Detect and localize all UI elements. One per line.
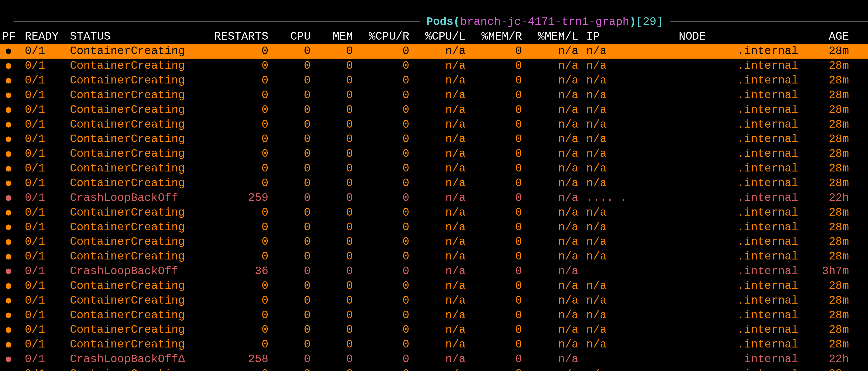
table-row[interactable]: 0/1ContainerCreating0000n/a0n/an/a.inter…: [0, 308, 868, 323]
cell-node: .internal: [679, 279, 803, 293]
cell-cpur: 0: [358, 161, 414, 176]
cell-meml: n/a: [526, 147, 583, 161]
table-row[interactable]: 0/1CrashLoopBackOff36000n/a0n/a.internal…: [0, 264, 868, 279]
cell-cpur: 0: [358, 367, 414, 371]
table-row[interactable]: 0/1ContainerCreating0000n/a0n/an/a.inter…: [0, 59, 868, 73]
table-row[interactable]: 0/1ContainerCreating0000n/a0n/an/a.inter…: [0, 235, 868, 250]
cell-cpul: n/a: [414, 235, 470, 250]
cell-mem: 0: [315, 176, 358, 191]
cell-mem: 0: [315, 191, 358, 205]
cell-restarts: 0: [211, 308, 273, 323]
cell-cpul: n/a: [414, 249, 470, 264]
cell-restarts: 0: [211, 249, 273, 264]
table-row[interactable]: 0/1CrashLoopBackOff259000n/a0n/a .... ..…: [0, 191, 868, 205]
cell-cpul: n/a: [414, 293, 470, 308]
status-dot-icon: [6, 342, 11, 347]
cell-status: ContainerCreating: [70, 220, 211, 235]
table-row[interactable]: 0/1ContainerCreating0000n/a0n/an/a.inter…: [0, 73, 868, 88]
col-age[interactable]: AGE: [803, 29, 853, 44]
title-pods-label: Pods: [426, 15, 454, 28]
status-dot-icon: [6, 78, 11, 84]
cell-cpul: n/a: [414, 73, 470, 88]
cell-node: .internal: [679, 117, 803, 132]
cell-restarts: 0: [211, 205, 273, 220]
cell-cpul: n/a: [414, 103, 470, 117]
table-row[interactable]: 0/1ContainerCreating0000n/a0n/an/a.inter…: [0, 103, 868, 117]
table-row[interactable]: 0/1ContainerCreating0000n/a0n/an/a.inter…: [0, 249, 868, 264]
cell-ready: 0/1: [25, 176, 70, 191]
cell-node: .internal: [679, 308, 803, 323]
table-row[interactable]: 0/1ContainerCreating0000n/a0n/an/a.inter…: [0, 161, 868, 176]
col-node[interactable]: NODE: [679, 29, 803, 44]
table-row[interactable]: 0/1ContainerCreating0000n/a0n/an/a.inter…: [0, 205, 868, 220]
cell-restarts: 0: [211, 337, 273, 352]
col-ip[interactable]: IP: [583, 29, 679, 44]
cell-ip: n/a: [583, 220, 679, 235]
cell-age: 28m: [803, 161, 853, 176]
cell-meml: n/a: [526, 308, 583, 323]
cell-cpul: n/a: [414, 147, 470, 161]
col-memr[interactable]: %MEM/R: [470, 29, 526, 44]
status-dot-icon: [6, 92, 11, 98]
cell-age: 28m: [803, 132, 853, 147]
cell-cpul: n/a: [414, 264, 470, 279]
cell-ready: 0/1: [25, 264, 70, 279]
cell-cpur: 0: [358, 352, 414, 367]
col-ready[interactable]: READY: [25, 29, 70, 44]
col-mem[interactable]: MEM: [315, 29, 358, 44]
table-row[interactable]: 0/1ContainerCreating0000n/a0n/an/a.inter…: [0, 117, 868, 132]
cell-restarts: 0: [211, 73, 273, 88]
cell-status: ContainerCreating: [70, 249, 211, 264]
cell-cpu: 0: [273, 59, 315, 73]
cell-mem: 0: [315, 59, 358, 73]
col-cpu[interactable]: CPU: [273, 29, 315, 44]
table-row[interactable]: 0/1ContainerCreating0000n/a0n/an/a.inter…: [0, 293, 868, 308]
cell-status: ContainerCreating: [70, 59, 211, 73]
cell-cpur: 0: [358, 191, 414, 205]
cell-restarts: 0: [211, 176, 273, 191]
col-restarts[interactable]: RESTARTS: [211, 29, 273, 44]
cell-ready: 0/1: [25, 249, 70, 264]
table-row[interactable]: 0/1ContainerCreating0000n/a0n/an/a.inter…: [0, 220, 868, 235]
col-pf[interactable]: PF: [2, 29, 25, 44]
table-row[interactable]: 0/1ContainerCreating0000n/a0n/an/a.inter…: [0, 279, 868, 293]
table-row[interactable]: 0/1ContainerCreating0000n/a0n/an/a.inter…: [0, 323, 868, 338]
table-row[interactable]: 0/1ContainerCreating0000n/a0n/an/a.inter…: [0, 44, 868, 59]
cell-meml: n/a: [526, 103, 583, 117]
table-row[interactable]: 0/1ContainerCreating0000n/a0n/an/a.inter…: [0, 337, 868, 352]
cell-cpul: n/a: [414, 367, 470, 371]
cell-mem: 0: [315, 88, 358, 103]
cell-meml: n/a: [526, 367, 583, 371]
cell-node: .internal: [679, 161, 803, 176]
col-meml[interactable]: %MEM/L: [526, 29, 583, 44]
cell-age: 28m: [803, 73, 853, 88]
cell-memr: 0: [470, 308, 526, 323]
table-row[interactable]: 0/1ContainerCreating0000n/a0n/an/a.inter…: [0, 147, 868, 161]
cell-restarts: 0: [211, 88, 273, 103]
table-row[interactable]: 0/1CrashLoopBackOffΔ258000n/a0n/ainterna…: [0, 352, 868, 367]
cell-cpur: 0: [358, 264, 414, 279]
status-dot-icon: [6, 356, 11, 362]
cell-restarts: 0: [211, 161, 273, 176]
cell-node: .internal: [679, 191, 803, 205]
cell-mem: 0: [315, 308, 358, 323]
cell-status: CrashLoopBackOffΔ: [70, 352, 211, 367]
cell-ready: 0/1: [25, 73, 70, 88]
cell-restarts: 0: [211, 323, 273, 338]
cell-age: 28m: [803, 279, 853, 293]
table-row[interactable]: 0/1ContainerCreating0000n/a0n/an/a.inter…: [0, 88, 868, 103]
cell-ready: 0/1: [25, 337, 70, 352]
col-cpul[interactable]: %CPU/L: [414, 29, 470, 44]
cell-node: internal: [679, 352, 803, 367]
table-row[interactable]: 0/1ContainerCreating0000n/a0n/an/a.inter…: [0, 132, 868, 147]
cell-age: 28m: [803, 88, 853, 103]
cell-cpu: 0: [273, 147, 315, 161]
cell-memr: 0: [470, 220, 526, 235]
col-cpur[interactable]: %CPU/R: [358, 29, 414, 44]
table-row[interactable]: 0/1ContainerCreating0000n/a0n/an/a.inter…: [0, 176, 868, 191]
cell-meml: n/a: [526, 59, 583, 73]
cell-mem: 0: [315, 249, 358, 264]
cell-status: CrashLoopBackOff: [70, 264, 211, 279]
col-status[interactable]: STATUS: [70, 29, 211, 44]
table-row[interactable]: 0/1ContainerCreating0000n/a0n/an/a.inter…: [0, 367, 868, 371]
